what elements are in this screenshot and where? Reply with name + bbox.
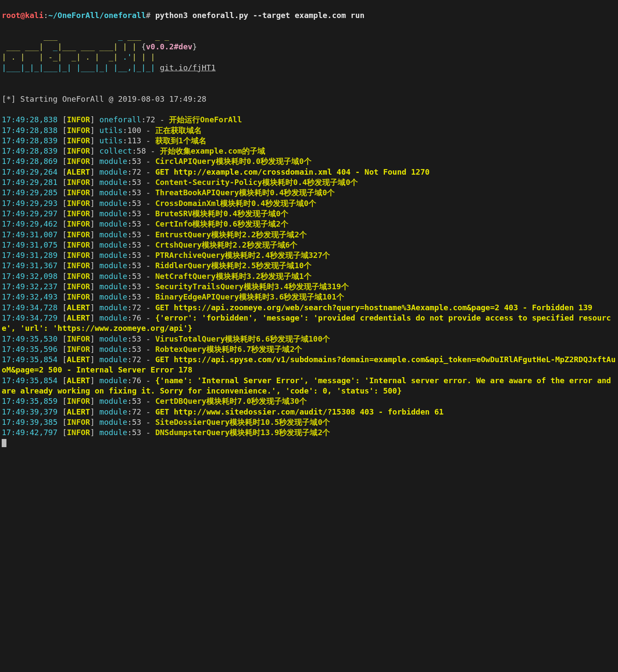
log-colon: : (127, 209, 132, 218)
log-message: CirclAPIQuery模块耗时0.0秒发现子域0个 (155, 157, 312, 166)
log-bracket: ] (90, 126, 100, 135)
log-bracket: ] (90, 178, 100, 187)
log-colon: : (127, 157, 132, 166)
log-line-no: 72 (132, 167, 141, 176)
log-dash: - (141, 240, 155, 249)
log-time: 17:49:29,462 (2, 219, 58, 228)
log-line-no: 53 (132, 230, 141, 239)
log-message: CrossDomainXml模块耗时0.4秒发现子域0个 (155, 199, 316, 208)
log-bracket: ] (90, 199, 100, 208)
log-colon: : (132, 146, 136, 155)
log-bracket: [ (58, 355, 67, 364)
log-module: utils (100, 136, 123, 145)
log-message: GET http://www.sitedossier.com/audit/?15… (155, 407, 444, 416)
log-bracket: [ (58, 272, 67, 281)
log-level: ALERT (67, 355, 90, 364)
log-dash: - (141, 376, 155, 385)
log-colon: : (127, 178, 132, 187)
log-bracket: ] (90, 261, 100, 270)
log-level: ALERT (67, 407, 90, 416)
log-bracket: [ (58, 209, 67, 218)
log-colon: : (127, 188, 132, 197)
log-time: 17:49:39,385 (2, 418, 58, 427)
log-time: 17:49:35,530 (2, 334, 58, 343)
log-module: module (100, 397, 127, 406)
log-line-no: 53 (132, 397, 141, 406)
log-colon: : (127, 240, 132, 249)
log-message: CrtshQuery模块耗时2.2秒发现子域6个 (155, 240, 298, 249)
log-message: BinaryEdgeAPIQuery模块耗时3.6秒发现子域101个 (155, 292, 344, 301)
log-dash: - (141, 407, 155, 416)
log-message: 获取到1个域名 (155, 136, 206, 145)
log-dash: - (141, 428, 155, 437)
log-line-no: 53 (132, 251, 141, 260)
log-message: GET https://api.zoomeye.org/web/search?q… (155, 303, 593, 312)
log-line-no: 113 (127, 136, 142, 145)
log-time: 17:49:32,237 (2, 282, 58, 291)
log-module: oneforall (100, 115, 142, 124)
log-line-no: 53 (132, 272, 141, 281)
log-bracket: [ (58, 199, 67, 208)
log-bracket: ] (90, 167, 100, 176)
log-colon: : (127, 376, 132, 385)
log-colon: : (127, 261, 132, 270)
log-module: module (100, 376, 127, 385)
log-time: 17:49:42,797 (2, 428, 58, 437)
log-output: 17:49:28,838 [INFOR] oneforall:72 - 开始运行… (2, 115, 616, 438)
log-colon: : (127, 355, 132, 364)
log-message: SiteDossierQuery模块耗时10.5秒发现子域0个 (155, 418, 330, 427)
log-message: BruteSRV模块耗时0.4秒发现子域0个 (155, 209, 288, 218)
log-colon: : (141, 115, 146, 124)
log-bracket: ] (90, 407, 100, 416)
log-line-no: 53 (132, 178, 141, 187)
log-line-no: 53 (132, 282, 141, 291)
log-level: INFOR (67, 272, 90, 281)
log-time: 17:49:39,379 (2, 407, 58, 416)
log-bracket: [ (58, 136, 67, 145)
log-dash: - (141, 313, 155, 322)
log-bracket: [ (58, 146, 67, 155)
log-colon: : (127, 397, 132, 406)
prompt-path: ~/OneForAll/oneforall (48, 11, 146, 20)
log-colon: : (127, 219, 132, 228)
log-dash: - (141, 188, 155, 197)
log-message: SecurityTrailsQuery模块耗时3.4秒发现子域319个 (155, 282, 349, 291)
log-time: 17:49:29,285 (2, 188, 58, 197)
log-dash: - (141, 334, 155, 343)
log-dash: - (141, 261, 155, 270)
log-bracket: ] (90, 209, 100, 218)
log-message: RiddlerQuery模块耗时2.5秒发现子域10个 (155, 261, 312, 270)
log-bracket: [ (58, 230, 67, 239)
log-bracket: [ (58, 334, 67, 343)
log-line-no: 72 (146, 115, 155, 124)
log-bracket: ] (90, 136, 100, 145)
log-module: module (100, 428, 127, 437)
terminal[interactable]: root@kali:~/OneForAll/oneforall# python3… (0, 0, 618, 450)
log-bracket: ] (90, 292, 100, 301)
log-level: INFOR (67, 251, 90, 260)
log-time: 17:49:29,264 (2, 167, 58, 176)
log-level: INFOR (67, 418, 90, 427)
log-bracket: [ (58, 418, 67, 427)
log-time: 17:49:29,281 (2, 178, 58, 187)
prompt-sep1: : (44, 11, 48, 20)
log-line-no: 72 (132, 355, 141, 364)
log-line-no: 53 (132, 157, 141, 166)
log-bracket: ] (90, 282, 100, 291)
starting-line: [*] Starting OneForAll @ 2019-08-03 17:4… (2, 94, 206, 103)
log-dash: - (141, 167, 155, 176)
log-colon: : (127, 251, 132, 260)
log-module: module (100, 303, 127, 312)
log-message: CertInfo模块耗时0.6秒发现子域2个 (155, 219, 288, 228)
log-bracket: [ (58, 219, 67, 228)
log-colon: : (127, 345, 132, 354)
log-level: ALERT (67, 303, 90, 312)
log-bracket: [ (58, 376, 67, 385)
log-level: INFOR (67, 199, 90, 208)
log-level: INFOR (67, 230, 90, 239)
log-message: 开始收集example.com的子域 (160, 146, 265, 155)
banner-link[interactable]: git.io/fjHT1 (160, 63, 215, 72)
log-line-no: 53 (132, 188, 141, 197)
log-level: INFOR (67, 397, 90, 406)
log-colon: : (127, 407, 132, 416)
